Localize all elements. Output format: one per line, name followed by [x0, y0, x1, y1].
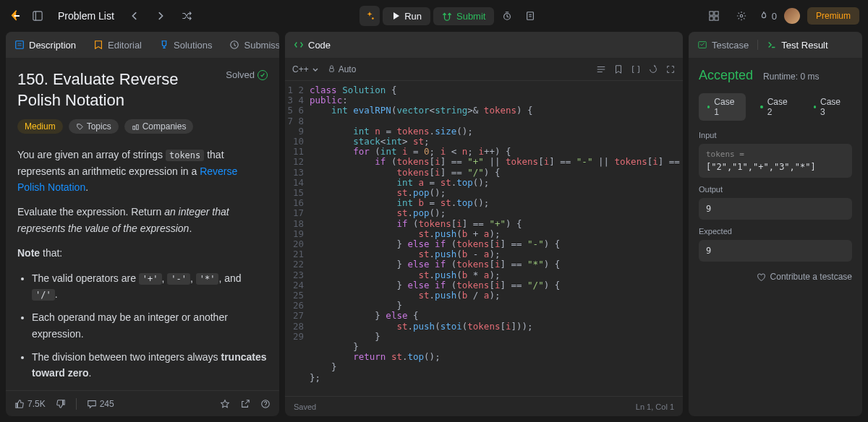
run-button[interactable]: Run	[383, 7, 430, 25]
case-tab-3[interactable]: Case 3	[805, 93, 852, 121]
problem-description: You are given an array of strings tokens…	[17, 147, 268, 390]
svg-rect-9	[710, 17, 713, 20]
layout-icon[interactable]	[704, 6, 724, 26]
user-avatar[interactable]	[784, 8, 800, 24]
auto-button[interactable]: Auto	[328, 64, 357, 74]
editorial-icon	[93, 40, 103, 50]
problem-title: 150. Evaluate Reverse Polish Notation	[17, 69, 213, 111]
dislike-button[interactable]	[56, 399, 66, 409]
contribute-testcase[interactable]: Contribute a testcase	[699, 272, 852, 282]
streak-count[interactable]: 0	[759, 11, 777, 22]
testcase-icon	[697, 40, 707, 50]
solved-badge: Solved	[226, 69, 268, 80]
tab-code[interactable]: Code	[288, 35, 336, 55]
shuffle-icon[interactable]	[176, 6, 197, 26]
tab-editorial[interactable]: Editorial	[88, 35, 148, 55]
tab-description[interactable]: Description	[9, 35, 82, 55]
help-button[interactable]	[260, 399, 271, 409]
solutions-icon	[159, 40, 169, 50]
problem-list-link[interactable]: Problem List	[54, 10, 119, 22]
bookmark-icon[interactable]	[613, 64, 624, 74]
code-icon	[294, 40, 304, 50]
result-status: Accepted	[699, 68, 753, 83]
tab-submissions[interactable]: Submissions	[224, 35, 279, 55]
case-tab-2[interactable]: Case 2	[752, 93, 799, 121]
terminal-icon	[767, 40, 777, 50]
svg-rect-7	[710, 12, 713, 15]
fullscreen-icon[interactable]	[665, 64, 676, 74]
expected-label: Expected	[699, 227, 852, 236]
tab-solutions[interactable]: Solutions	[153, 35, 218, 55]
code-editor[interactable]: 1 2 3 4 5 6 7 8 9 10 11 12 13 14 15 16 1…	[285, 81, 683, 396]
output-value: 9	[699, 198, 852, 220]
expected-value: 9	[699, 240, 852, 262]
reset-icon[interactable]	[648, 64, 658, 74]
tab-testcase[interactable]: Testcase	[692, 35, 754, 55]
debug-icon[interactable]	[359, 6, 380, 26]
topics-button[interactable]: Topics	[69, 119, 119, 134]
tab-test-result[interactable]: Test Result	[761, 35, 833, 55]
svg-rect-16	[133, 126, 135, 129]
result-runtime: Runtime: 0 ms	[763, 72, 819, 82]
svg-point-11	[740, 14, 743, 17]
timer-icon[interactable]	[497, 6, 517, 26]
next-problem-icon[interactable]	[150, 6, 171, 26]
svg-point-2	[372, 17, 374, 20]
language-select[interactable]: C++	[292, 64, 319, 74]
submissions-icon	[229, 40, 239, 50]
leetcode-logo[interactable]	[9, 9, 22, 22]
brackets-icon[interactable]	[631, 64, 641, 74]
case-tab-1[interactable]: Case 1	[699, 93, 746, 121]
svg-rect-0	[33, 12, 42, 20]
submit-button[interactable]: Submit	[433, 7, 494, 25]
svg-rect-4	[527, 12, 534, 20]
format-icon[interactable]	[596, 64, 606, 74]
cursor-position: Ln 1, Col 1	[636, 402, 674, 411]
prev-problem-icon[interactable]	[124, 6, 145, 26]
premium-button[interactable]: Premium	[807, 7, 859, 25]
share-button[interactable]	[240, 399, 250, 409]
output-label: Output	[699, 185, 852, 194]
save-status: Saved	[294, 402, 316, 411]
difficulty-badge: Medium	[17, 119, 63, 134]
svg-rect-8	[715, 12, 718, 15]
panel-toggle-icon[interactable]	[27, 6, 48, 26]
svg-rect-12	[16, 41, 24, 49]
input-label: Input	[699, 131, 852, 139]
svg-rect-19	[329, 69, 333, 72]
description-icon	[14, 40, 25, 50]
star-button[interactable]	[220, 399, 230, 409]
like-button[interactable]: 7.5K	[14, 399, 46, 409]
comments-button[interactable]: 245	[87, 399, 114, 409]
svg-rect-10	[715, 17, 718, 20]
svg-rect-17	[136, 124, 138, 129]
check-icon	[258, 70, 268, 80]
companies-button[interactable]: Companies	[124, 119, 194, 134]
notes-icon[interactable]	[520, 6, 540, 26]
input-value: tokens = ["2","1","+","3","*"]	[699, 144, 852, 178]
settings-icon[interactable]	[731, 6, 752, 26]
